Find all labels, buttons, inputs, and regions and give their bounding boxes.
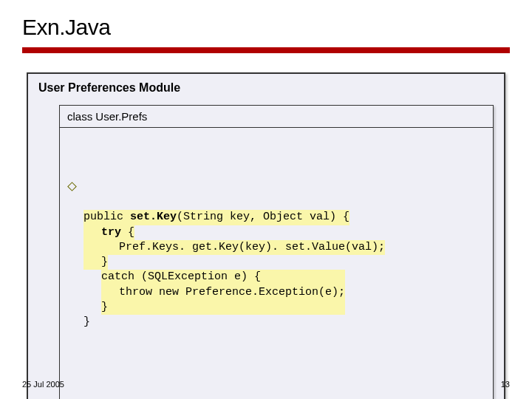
catch-close: }: [101, 301, 108, 313]
method-name: set.Key: [123, 211, 177, 223]
class-keyword: class: [67, 110, 95, 123]
footer-page-number: 13: [501, 380, 510, 389]
method-setkey: public set.Key(String key, Object val) {…: [67, 180, 485, 345]
try-close: }: [83, 255, 108, 270]
kw-try: try: [101, 226, 121, 239]
method-close: }: [83, 316, 90, 328]
method-params: (String key, Object val) {: [177, 211, 349, 223]
catch-line: catch (SQLException e) {: [101, 270, 261, 283]
try-open: {: [121, 226, 134, 239]
title-underline: [22, 47, 510, 53]
page-title: Exn.Java: [22, 15, 510, 40]
class-header: class User.Prefs: [60, 106, 493, 128]
class-name: User.Prefs: [95, 110, 147, 123]
slide: Exn.Java User Preferences Module class U…: [0, 0, 532, 399]
kw-public: public: [83, 211, 123, 223]
class-box: class User.Prefs public set.Key(String k…: [59, 105, 494, 399]
footer-date: 25 Jul 2005: [22, 380, 64, 389]
class-body: public set.Key(String key, Object val) {…: [60, 128, 493, 399]
try-body: Pref.Keys. get.Key(key). set.Value(val);: [83, 240, 385, 255]
footer: 25 Jul 2005 13: [22, 380, 510, 389]
module-box: User Preferences Module class User.Prefs…: [27, 72, 505, 399]
diamond-bullet-icon: [67, 182, 77, 191]
catch-body: throw new Preference.Exception(e);: [101, 285, 345, 300]
module-title: User Preferences Module: [38, 81, 494, 95]
